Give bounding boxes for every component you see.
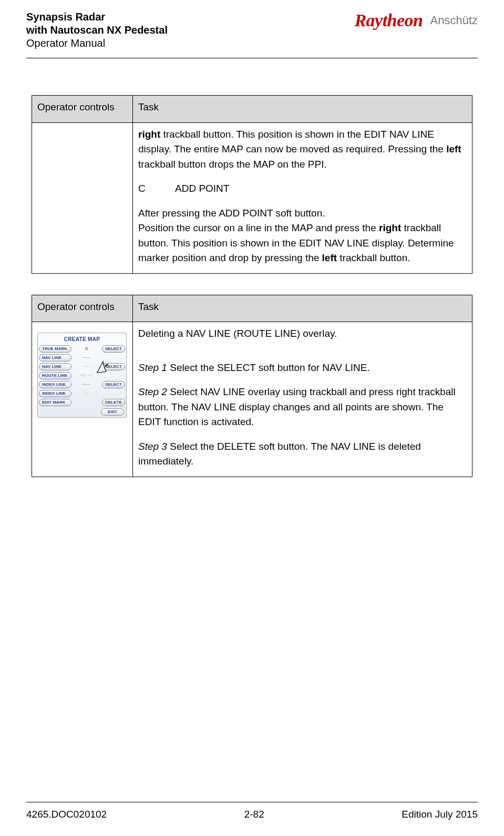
logo-block: Raytheon Anschütz <box>354 11 478 30</box>
panel-mid-symbol: ···· <box>73 363 100 370</box>
panel-mid-symbol: ⊕ <box>73 345 100 353</box>
title-line-2: with Nautoscan NX Pedestal <box>26 24 168 37</box>
page-header: Synapsis Radar with Nautoscan NX Pedesta… <box>26 11 478 58</box>
panel-left-button[interactable]: NAV LINE <box>39 354 71 362</box>
panel-right-button[interactable]: DELETE <box>102 399 125 406</box>
t2-intro: Deleting a NAV LINE (ROUTE LINE) overlay… <box>138 326 467 342</box>
create-map-panel: CREATE MAP TRUE MARK⊕SELECTNAV LINE──NAV… <box>37 333 127 418</box>
panel-mid-symbol: ── <box>73 381 100 388</box>
page-content: Operator controls Task right trackball b… <box>26 58 478 802</box>
t1-controls-cell <box>32 122 133 273</box>
panel-right-button[interactable]: SELECT <box>102 345 125 353</box>
panel-row: EDIT MARKDELETE <box>39 398 125 407</box>
panel-mid-symbol: ···· <box>73 390 100 397</box>
panel-footer: EXIT <box>39 407 125 416</box>
title-line-3: Operator Manual <box>26 37 168 50</box>
t1-header-controls: Operator controls <box>32 96 133 123</box>
panel-mid-symbol: ── <box>73 354 100 362</box>
task-table-1: Operator controls Task right trackball b… <box>32 95 472 274</box>
page-footer: 4265.DOC020102 2-82 Edition July 2015 <box>26 802 478 820</box>
panel-left-button[interactable]: ROUTE LINE <box>39 372 71 379</box>
t2-header-controls: Operator controls <box>32 295 133 322</box>
title-line-1: Synapsis Radar <box>26 11 168 24</box>
panel-mid-symbol: -○ -○ <box>73 372 100 379</box>
panel-row: NAV LINE····SELECT <box>39 363 125 371</box>
panel-left-button[interactable]: INDEX LINE <box>39 390 71 397</box>
t1-header-task: Task <box>133 96 472 123</box>
header-title-block: Synapsis Radar with Nautoscan NX Pedesta… <box>26 11 168 50</box>
panel-left-button[interactable]: EDIT MARK <box>39 399 71 406</box>
footer-page-num: 2-82 <box>244 809 264 820</box>
panel-right-button[interactable]: SELECT <box>102 381 125 388</box>
t1-para2: After pressing the ADD POINT soft button… <box>138 206 467 266</box>
footer-doc-id: 4265.DOC020102 <box>26 809 107 820</box>
t2-controls-cell: CREATE MAP TRUE MARK⊕SELECTNAV LINE──NAV… <box>32 322 133 477</box>
panel-rows: TRUE MARK⊕SELECTNAV LINE──NAV LINE····SE… <box>39 345 125 407</box>
t2-step1: Step 1 Select the SELECT soft button for… <box>138 360 467 376</box>
panel-left-button[interactable]: INDEX LINE <box>39 381 71 388</box>
panel-title: CREATE MAP <box>39 334 125 345</box>
raytheon-logo: Raytheon <box>354 11 423 30</box>
t2-header-task: Task <box>133 295 472 322</box>
exit-button[interactable]: EXIT <box>101 408 124 416</box>
footer-edition: Edition July 2015 <box>402 809 478 820</box>
panel-row: INDEX LINE──SELECT <box>39 380 125 389</box>
panel-left-button[interactable]: NAV LINE <box>39 363 71 370</box>
anschutz-logo: Anschütz <box>430 14 478 27</box>
panel-row: INDEX LINE···· <box>39 389 125 398</box>
t2-step3: Step 3 Select the DELETE soft button. Th… <box>138 439 467 469</box>
panel-right-button[interactable]: SELECT <box>102 363 125 370</box>
t1-task-cell: right trackball button. This position is… <box>133 122 472 273</box>
t2-task-cell: Deleting a NAV LINE (ROUTE LINE) overlay… <box>133 322 472 477</box>
panel-row: ROUTE LINE-○ -○ <box>39 371 125 380</box>
t1-para1: right trackball button. This position is… <box>138 127 467 172</box>
panel-left-button[interactable]: TRUE MARK <box>39 345 71 353</box>
t2-step2: Step 2 Select NAV LINE overlay using tra… <box>138 385 467 430</box>
panel-row: TRUE MARK⊕SELECT <box>39 345 125 353</box>
panel-row: NAV LINE── <box>39 354 125 362</box>
task-table-2: Operator controls Task CREATE MAP TRUE M… <box>32 295 472 477</box>
t1-sub-c: CADD POINT <box>138 181 467 197</box>
